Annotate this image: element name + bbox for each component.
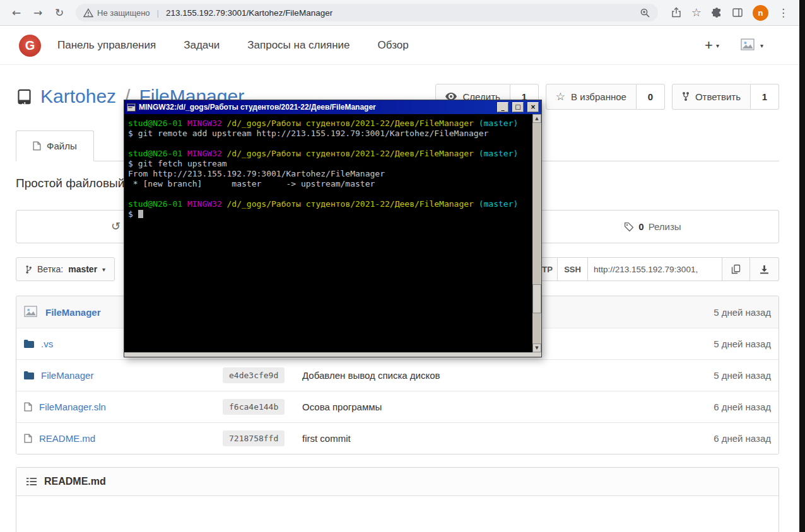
nav-issues[interactable]: Задачи	[184, 39, 220, 52]
plus-icon: +	[705, 37, 713, 54]
commit-age: 5 дней назад	[661, 370, 771, 381]
close-button[interactable]: ×	[527, 102, 539, 112]
back-icon[interactable]: ←	[8, 4, 25, 21]
table-row: README.md 7218758ffd first commit 6 дней…	[16, 422, 779, 454]
reload-icon[interactable]: ↻	[50, 4, 68, 21]
bookmark-star-icon[interactable]: ☆	[691, 7, 702, 18]
file-link[interactable]: FileManager	[41, 370, 93, 381]
nav-pull-requests[interactable]: Запросы на слияние	[247, 39, 350, 52]
gogs-logo[interactable]: G	[19, 35, 41, 57]
commit-age: 6 дней назад	[661, 402, 771, 412]
clone-url-input[interactable]	[588, 257, 722, 281]
url-text: 213.155.192.79:3001/Kartohez/FileManager	[166, 8, 332, 18]
omnibox-separator: |	[157, 8, 159, 18]
nav-dashboard[interactable]: Панель управления	[57, 39, 156, 52]
releases-label: Релизы	[649, 221, 681, 232]
scroll-up-icon[interactable]: ▲	[532, 114, 541, 123]
terminal-scrollbar[interactable]: ▲ ▼	[532, 114, 541, 352]
star-count[interactable]: 0	[637, 84, 665, 110]
minimize-button[interactable]: _	[497, 102, 508, 112]
star-label: В избранное	[571, 91, 626, 102]
tag-icon	[624, 222, 634, 232]
address-bar[interactable]: Не защищено | 213.155.192.79:3001/Kartoh…	[76, 4, 658, 21]
terminal-titlebar[interactable]: MINGW32:/d/_gogs/Работы студентов/2021-2…	[124, 100, 541, 114]
terminal-title: MINGW32:/d/_gogs/Работы студентов/2021-2…	[139, 103, 493, 112]
not-secure-icon	[83, 8, 93, 18]
browser-menu-icon[interactable]: ⋮	[778, 6, 789, 19]
copy-url-button[interactable]	[722, 257, 750, 281]
terminal-bottom-bar	[124, 352, 541, 357]
branch-selector[interactable]: Ветка: master ▾	[16, 257, 115, 281]
zoom-icon[interactable]	[640, 8, 650, 18]
page-scrollbar[interactable]	[799, 0, 805, 532]
repo-owner-link[interactable]: Kartohez	[40, 86, 116, 107]
clipboard-copy-icon	[731, 264, 741, 274]
readme-body	[16, 496, 779, 532]
fork-button[interactable]: Ответвить	[672, 84, 751, 110]
committer-link[interactable]: FileManager	[45, 307, 101, 318]
security-label: Не защищено	[97, 8, 150, 18]
commit-hash-badge[interactable]: e4de3cfe9d	[223, 367, 285, 383]
scroll-thumb[interactable]	[532, 284, 541, 313]
file-link[interactable]: FileManager.sln	[39, 402, 106, 412]
readme-panel: README.md	[16, 467, 779, 532]
fork-icon	[682, 91, 690, 101]
star-button[interactable]: ☆ В избранное	[546, 84, 637, 110]
list-icon	[26, 477, 37, 486]
commit-message[interactable]: Осова программы	[297, 402, 661, 412]
readme-title: README.md	[44, 476, 106, 487]
clone-group: HTTP SSH	[526, 257, 779, 281]
terminal-body[interactable]: stud@N26-01 MINGW32 /d/_gogs/Работы студ…	[124, 114, 532, 352]
folder-icon	[24, 340, 34, 348]
readme-header: README.md	[16, 468, 779, 496]
ssh-clone-button[interactable]: SSH	[558, 257, 588, 281]
scroll-down-icon[interactable]: ▼	[532, 344, 541, 352]
table-row: FileManager e4de3cfe9d Добавлен вывод сп…	[16, 359, 779, 391]
branch-name: master	[68, 264, 97, 274]
download-icon	[760, 265, 769, 274]
extensions-puzzle-icon[interactable]	[711, 7, 722, 18]
committer-avatar-broken-image-icon[interactable]	[24, 306, 38, 319]
nav-explore[interactable]: Обзор	[378, 39, 409, 52]
user-menu[interactable]: ▾	[741, 38, 763, 52]
file-icon	[33, 141, 41, 151]
fork-count[interactable]: 1	[751, 84, 779, 110]
commit-age: 5 дней назад	[661, 307, 771, 318]
branch-icon	[25, 265, 32, 274]
commit-hash-badge[interactable]: 7218758ffd	[223, 431, 285, 446]
commits-history-icon[interactable]: ↺	[111, 219, 120, 233]
screen: ← → ↻ Не защищено | 213.155.192.79:3001/…	[0, 0, 805, 532]
maximize-button[interactable]: □	[512, 102, 524, 112]
create-new-button[interactable]: + ▾	[705, 37, 719, 54]
tab-files[interactable]: Файлы	[16, 130, 94, 161]
site-nav: Панель управления Задачи Запросы на слия…	[57, 39, 409, 52]
terminal-window-icon	[127, 103, 136, 112]
releases-link[interactable]: 0 Релизы	[526, 211, 780, 243]
chevron-down-icon: ▾	[716, 42, 719, 49]
commit-age: 5 дней назад	[661, 338, 771, 349]
download-button[interactable]	[750, 257, 779, 281]
fork-group: Ответвить 1	[672, 84, 779, 110]
file-icon	[24, 402, 32, 412]
branch-label: Ветка:	[37, 264, 63, 274]
tab-files-label: Файлы	[47, 141, 77, 151]
commit-message[interactable]: first commit	[297, 433, 661, 444]
repo-book-icon	[16, 88, 33, 105]
file-link[interactable]: README.md	[39, 433, 95, 444]
browser-toolbar: ← → ↻ Не защищено | 213.155.192.79:3001/…	[0, 0, 805, 26]
commit-hash-badge[interactable]: f6ca4e144b	[223, 399, 285, 415]
folder-icon	[24, 371, 34, 379]
share-icon[interactable]	[671, 7, 682, 18]
star-group: ☆ В избранное 0	[546, 84, 665, 110]
file-icon	[24, 434, 32, 443]
commit-message[interactable]: Добавлен вывод списка дисков	[297, 370, 661, 381]
releases-count: 0	[638, 221, 643, 232]
terminal-window[interactable]: MINGW32:/d/_gogs/Работы студентов/2021-2…	[124, 100, 542, 357]
chevron-down-icon: ▾	[102, 266, 105, 273]
side-panel-icon[interactable]	[732, 7, 743, 18]
browser-profile-avatar[interactable]: n	[753, 5, 768, 21]
file-link[interactable]: .vs	[41, 338, 53, 349]
table-row: FileManager.sln f6ca4e144b Осова програм…	[16, 391, 779, 422]
forward-icon[interactable]: →	[29, 4, 47, 21]
commit-age: 6 дней назад	[661, 433, 771, 444]
